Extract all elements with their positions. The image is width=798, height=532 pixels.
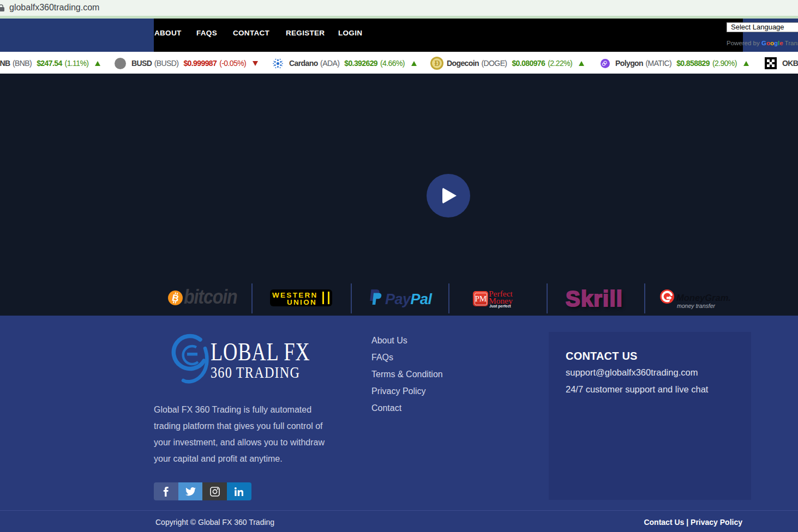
svg-text:Đ: Đ: [434, 59, 440, 68]
